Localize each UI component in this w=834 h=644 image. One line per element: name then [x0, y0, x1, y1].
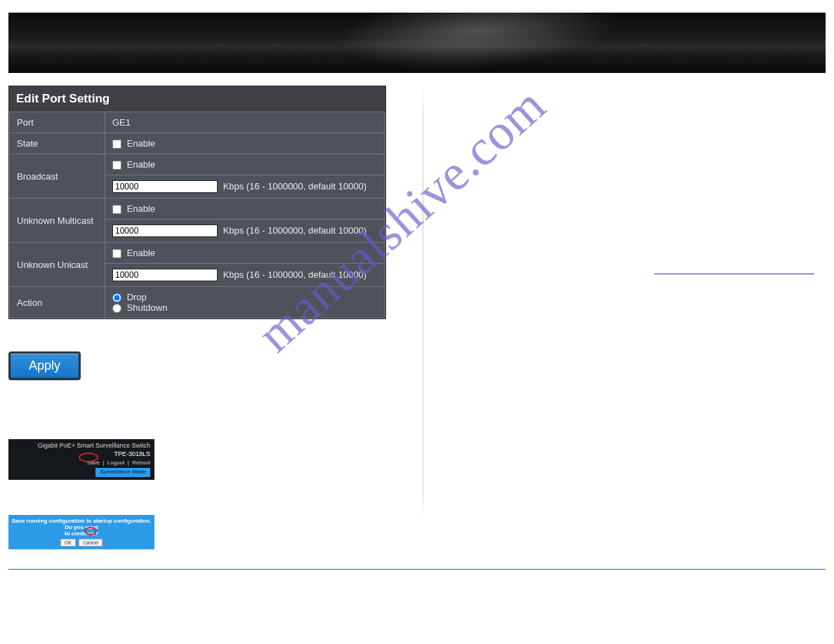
link-underline[interactable] [654, 274, 814, 274]
row-broadcast-enable: Broadcast Enable [10, 154, 385, 175]
state-enable-control[interactable]: Enable [112, 138, 155, 149]
state-enable-checkbox[interactable] [112, 140, 121, 149]
apply-button[interactable]: Apply [8, 351, 81, 380]
multicast-kbps-hint: Kbps (16 - 1000000, default 10000) [223, 225, 367, 236]
action-label: Action [10, 287, 105, 318]
action-drop-control[interactable]: Drop [112, 292, 147, 302]
state-enable-label: Enable [127, 138, 155, 149]
row-state: State Enable [10, 133, 385, 154]
unicast-enable-checkbox[interactable] [112, 249, 121, 258]
multicast-rate-input[interactable] [112, 224, 218, 237]
logout-link[interactable]: Logout [107, 459, 124, 466]
port-label: Port [10, 112, 105, 133]
unknown-unicast-label: Unknown Unicast [10, 243, 105, 287]
action-shutdown-radio[interactable] [112, 304, 121, 313]
settings-table: Port GE1 State Enable Broadcast [9, 112, 385, 318]
port-value: GE1 [105, 112, 385, 133]
save-confirm-thumbnail: Save running configuration to startup co… [8, 515, 154, 549]
reboot-link[interactable]: Reboot [132, 459, 150, 466]
action-shutdown-label: Shutdown [127, 302, 168, 313]
confirm-msg-line2: to continue? [11, 530, 152, 537]
header-banner [8, 13, 826, 73]
row-action: Action Drop Shutdown [10, 287, 385, 318]
device-desc: Gigabit PoE+ Smart Surveillance Switch [38, 442, 150, 449]
unicast-rate-input[interactable] [112, 269, 218, 281]
vertical-divider [423, 86, 423, 521]
broadcast-enable-control[interactable]: Enable [112, 159, 155, 170]
state-label: State [10, 133, 105, 154]
multicast-enable-label: Enable [127, 203, 155, 214]
highlight-circle-icon [84, 527, 97, 535]
action-drop-label: Drop [127, 292, 147, 302]
edit-port-setting-panel: Edit Port Setting Port GE1 State Enable [8, 86, 386, 319]
broadcast-label: Broadcast [10, 154, 105, 199]
unicast-enable-control[interactable]: Enable [112, 248, 155, 258]
unknown-multicast-label: Unknown Multicast [10, 199, 105, 243]
row-multicast-enable: Unknown Multicast Enable [10, 199, 385, 220]
action-drop-radio[interactable] [112, 293, 121, 302]
broadcast-kbps-hint: Kbps (16 - 1000000, default 10000) [223, 181, 367, 192]
device-header-thumbnail: Gigabit PoE+ Smart Surveillance Switch T… [8, 439, 154, 479]
broadcast-rate-input[interactable] [112, 180, 218, 193]
confirm-msg-line1: Save running configuration to startup co… [11, 518, 152, 530]
multicast-enable-checkbox[interactable] [112, 205, 121, 214]
multicast-enable-control[interactable]: Enable [112, 203, 155, 214]
row-port: Port GE1 [10, 112, 385, 133]
ok-button[interactable]: OK [60, 539, 76, 546]
action-shutdown-control[interactable]: Shutdown [112, 302, 167, 313]
cancel-button[interactable]: Cancel [79, 539, 102, 546]
unicast-enable-label: Enable [127, 248, 155, 258]
unicast-kbps-hint: Kbps (16 - 1000000, default 10000) [223, 269, 367, 280]
broadcast-enable-checkbox[interactable] [112, 161, 121, 170]
panel-title: Edit Port Setting [9, 86, 385, 112]
row-unicast-enable: Unknown Unicast Enable [10, 243, 385, 264]
surveillance-mode-badge[interactable]: Surveillance Mode [95, 468, 150, 476]
broadcast-enable-label: Enable [127, 159, 155, 170]
